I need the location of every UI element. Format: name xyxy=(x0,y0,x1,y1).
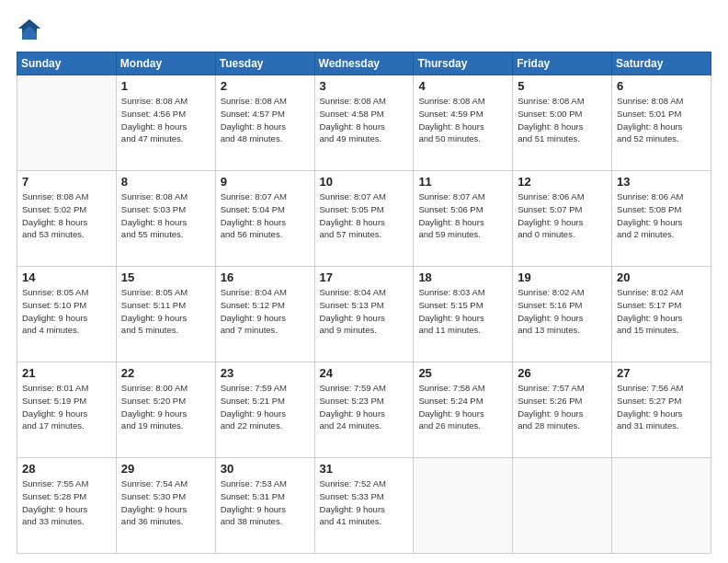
calendar-day-cell: 12Sunrise: 8:06 AM Sunset: 5:07 PM Dayli… xyxy=(513,171,612,267)
day-number: 17 xyxy=(320,270,409,284)
day-number: 13 xyxy=(617,175,706,189)
day-number: 4 xyxy=(418,79,507,93)
calendar-day-cell: 18Sunrise: 8:03 AM Sunset: 5:15 PM Dayli… xyxy=(414,267,513,362)
calendar-day-cell: 16Sunrise: 8:04 AM Sunset: 5:12 PM Dayli… xyxy=(215,267,314,362)
calendar-day-cell xyxy=(513,458,612,554)
calendar-day-cell: 2Sunrise: 8:08 AM Sunset: 4:57 PM Daylig… xyxy=(215,75,314,171)
day-number: 21 xyxy=(22,366,111,380)
day-number: 8 xyxy=(121,175,210,189)
day-number: 16 xyxy=(221,270,310,284)
day-info: Sunrise: 8:08 AM Sunset: 4:57 PM Dayligh… xyxy=(221,95,310,145)
day-info: Sunrise: 8:02 AM Sunset: 5:16 PM Dayligh… xyxy=(518,286,607,337)
day-number: 1 xyxy=(121,79,210,93)
day-info: Sunrise: 7:53 AM Sunset: 5:31 PM Dayligh… xyxy=(221,477,310,528)
day-info: Sunrise: 8:07 AM Sunset: 5:05 PM Dayligh… xyxy=(320,190,409,241)
calendar-week-row: 14Sunrise: 8:05 AM Sunset: 5:10 PM Dayli… xyxy=(17,267,711,362)
calendar-day-cell: 24Sunrise: 7:59 AM Sunset: 5:23 PM Dayli… xyxy=(314,362,414,458)
calendar-day-cell: 29Sunrise: 7:54 AM Sunset: 5:30 PM Dayli… xyxy=(116,458,215,554)
day-info: Sunrise: 8:08 AM Sunset: 4:59 PM Dayligh… xyxy=(418,95,507,145)
calendar-day-cell: 31Sunrise: 7:52 AM Sunset: 5:33 PM Dayli… xyxy=(314,458,414,554)
calendar-day-cell: 3Sunrise: 8:08 AM Sunset: 4:58 PM Daylig… xyxy=(314,75,414,171)
day-info: Sunrise: 8:04 AM Sunset: 5:13 PM Dayligh… xyxy=(320,286,409,337)
calendar-day-cell: 5Sunrise: 8:08 AM Sunset: 5:00 PM Daylig… xyxy=(513,75,612,171)
day-info: Sunrise: 8:01 AM Sunset: 5:19 PM Dayligh… xyxy=(22,382,111,432)
day-number: 10 xyxy=(320,175,409,189)
calendar-day-cell: 25Sunrise: 7:58 AM Sunset: 5:24 PM Dayli… xyxy=(414,362,513,458)
day-info: Sunrise: 8:08 AM Sunset: 4:56 PM Dayligh… xyxy=(121,95,210,145)
day-number: 11 xyxy=(418,175,507,189)
day-info: Sunrise: 8:08 AM Sunset: 4:58 PM Dayligh… xyxy=(320,95,409,145)
calendar-day-cell: 17Sunrise: 8:04 AM Sunset: 5:13 PM Dayli… xyxy=(314,267,414,362)
day-number: 3 xyxy=(320,79,409,93)
day-info: Sunrise: 8:05 AM Sunset: 5:10 PM Dayligh… xyxy=(22,286,111,337)
day-info: Sunrise: 8:04 AM Sunset: 5:12 PM Dayligh… xyxy=(221,286,310,337)
day-info: Sunrise: 8:08 AM Sunset: 5:00 PM Dayligh… xyxy=(518,95,607,145)
day-number: 23 xyxy=(221,366,310,380)
calendar-day-cell: 8Sunrise: 8:08 AM Sunset: 5:03 PM Daylig… xyxy=(116,171,215,267)
logo-icon xyxy=(17,17,42,42)
calendar-day-cell: 10Sunrise: 8:07 AM Sunset: 5:05 PM Dayli… xyxy=(314,171,414,267)
day-number: 22 xyxy=(121,366,210,380)
calendar-day-cell: 7Sunrise: 8:08 AM Sunset: 5:02 PM Daylig… xyxy=(17,171,117,267)
calendar-header-row: SundayMondayTuesdayWednesdayThursdayFrid… xyxy=(17,52,711,75)
calendar-day-cell: 27Sunrise: 7:56 AM Sunset: 5:27 PM Dayli… xyxy=(612,362,711,458)
day-info: Sunrise: 8:00 AM Sunset: 5:20 PM Dayligh… xyxy=(121,382,210,432)
weekday-header: Sunday xyxy=(17,52,117,75)
calendar-day-cell: 20Sunrise: 8:02 AM Sunset: 5:17 PM Dayli… xyxy=(612,267,711,362)
calendar-day-cell: 21Sunrise: 8:01 AM Sunset: 5:19 PM Dayli… xyxy=(17,362,117,458)
calendar-week-row: 7Sunrise: 8:08 AM Sunset: 5:02 PM Daylig… xyxy=(17,171,711,267)
day-info: Sunrise: 8:07 AM Sunset: 5:06 PM Dayligh… xyxy=(418,190,507,241)
day-number: 6 xyxy=(617,79,706,93)
day-number: 30 xyxy=(221,462,310,476)
day-info: Sunrise: 8:02 AM Sunset: 5:17 PM Dayligh… xyxy=(617,286,706,337)
day-info: Sunrise: 8:08 AM Sunset: 5:01 PM Dayligh… xyxy=(617,95,706,145)
day-number: 25 xyxy=(418,366,507,380)
day-info: Sunrise: 8:07 AM Sunset: 5:04 PM Dayligh… xyxy=(221,190,310,241)
calendar-day-cell: 30Sunrise: 7:53 AM Sunset: 5:31 PM Dayli… xyxy=(215,458,314,554)
day-number: 15 xyxy=(121,270,210,284)
day-number: 18 xyxy=(418,270,507,284)
day-number: 5 xyxy=(518,79,607,93)
calendar-day-cell: 4Sunrise: 8:08 AM Sunset: 4:59 PM Daylig… xyxy=(414,75,513,171)
day-info: Sunrise: 8:03 AM Sunset: 5:15 PM Dayligh… xyxy=(418,286,507,337)
day-info: Sunrise: 7:54 AM Sunset: 5:30 PM Dayligh… xyxy=(121,477,210,528)
day-number: 28 xyxy=(22,462,111,476)
day-info: Sunrise: 7:59 AM Sunset: 5:21 PM Dayligh… xyxy=(221,382,310,432)
day-info: Sunrise: 8:06 AM Sunset: 5:08 PM Dayligh… xyxy=(617,190,706,241)
weekday-header: Monday xyxy=(116,52,215,75)
calendar-day-cell: 19Sunrise: 8:02 AM Sunset: 5:16 PM Dayli… xyxy=(513,267,612,362)
weekday-header: Tuesday xyxy=(215,52,314,75)
calendar-day-cell: 6Sunrise: 8:08 AM Sunset: 5:01 PM Daylig… xyxy=(612,75,711,171)
day-number: 24 xyxy=(320,366,409,380)
day-number: 12 xyxy=(518,175,607,189)
page: SundayMondayTuesdayWednesdayThursdayFrid… xyxy=(0,0,728,563)
calendar-day-cell: 26Sunrise: 7:57 AM Sunset: 5:26 PM Dayli… xyxy=(513,362,612,458)
calendar-day-cell: 11Sunrise: 8:07 AM Sunset: 5:06 PM Dayli… xyxy=(414,171,513,267)
day-info: Sunrise: 8:05 AM Sunset: 5:11 PM Dayligh… xyxy=(121,286,210,337)
day-number: 26 xyxy=(518,366,607,380)
calendar-day-cell: 15Sunrise: 8:05 AM Sunset: 5:11 PM Dayli… xyxy=(116,267,215,362)
day-info: Sunrise: 8:06 AM Sunset: 5:07 PM Dayligh… xyxy=(518,190,607,241)
calendar-day-cell: 23Sunrise: 7:59 AM Sunset: 5:21 PM Dayli… xyxy=(215,362,314,458)
day-number: 2 xyxy=(221,79,310,93)
day-number: 27 xyxy=(617,366,706,380)
calendar-day-cell: 28Sunrise: 7:55 AM Sunset: 5:28 PM Dayli… xyxy=(17,458,117,554)
weekday-header: Thursday xyxy=(414,52,513,75)
day-number: 31 xyxy=(320,462,409,476)
weekday-header: Saturday xyxy=(612,52,711,75)
calendar-day-cell: 13Sunrise: 8:06 AM Sunset: 5:08 PM Dayli… xyxy=(612,171,711,267)
calendar-day-cell xyxy=(612,458,711,554)
calendar-day-cell: 9Sunrise: 8:07 AM Sunset: 5:04 PM Daylig… xyxy=(215,171,314,267)
calendar-day-cell xyxy=(414,458,513,554)
calendar-day-cell: 1Sunrise: 8:08 AM Sunset: 4:56 PM Daylig… xyxy=(116,75,215,171)
calendar-day-cell: 22Sunrise: 8:00 AM Sunset: 5:20 PM Dayli… xyxy=(116,362,215,458)
day-number: 20 xyxy=(617,270,706,284)
day-info: Sunrise: 7:55 AM Sunset: 5:28 PM Dayligh… xyxy=(22,477,111,528)
day-number: 7 xyxy=(22,175,111,189)
logo xyxy=(17,17,46,42)
day-number: 29 xyxy=(121,462,210,476)
day-number: 9 xyxy=(221,175,310,189)
day-info: Sunrise: 7:57 AM Sunset: 5:26 PM Dayligh… xyxy=(518,382,607,432)
day-number: 19 xyxy=(518,270,607,284)
calendar-week-row: 28Sunrise: 7:55 AM Sunset: 5:28 PM Dayli… xyxy=(17,458,711,554)
